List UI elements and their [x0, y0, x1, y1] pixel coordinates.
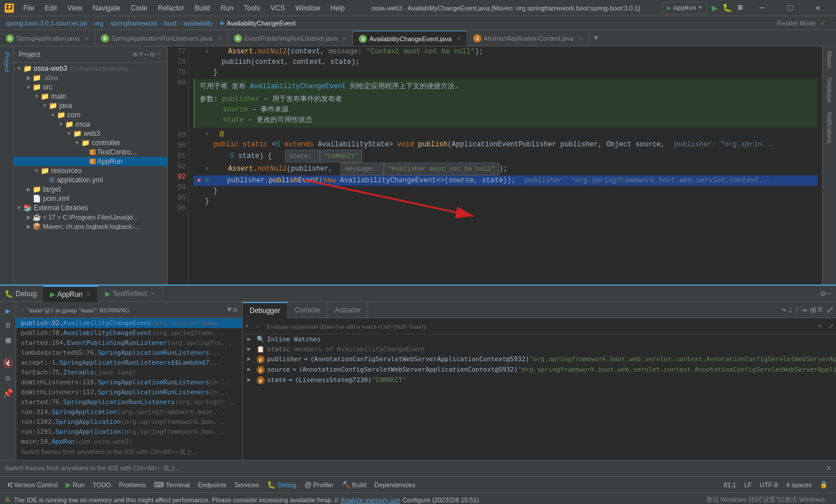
- frame-item-10[interactable]: run:1302, SpringApplication (org.springf…: [16, 417, 242, 427]
- breadcrumb-boot[interactable]: boot: [164, 20, 176, 27]
- stop-button[interactable]: ⏹: [737, 3, 744, 12]
- variables-view-btn[interactable]: ≡: [817, 305, 823, 315]
- thread-filter-btn[interactable]: ▼: [227, 305, 232, 315]
- sidebar-gear-btn[interactable]: ⚙: [150, 50, 154, 59]
- run-to-cursor-btn[interactable]: ⇥: [801, 304, 807, 316]
- add-watch-btn[interactable]: +: [243, 323, 251, 330]
- database-tab[interactable]: Database: [826, 75, 833, 105]
- minimize-button[interactable]: ─: [749, 0, 776, 16]
- run-button[interactable]: ▶: [712, 2, 718, 14]
- step-into-btn[interactable]: ↓: [788, 305, 794, 315]
- watch-expression-input[interactable]: [264, 323, 813, 330]
- sidebar-close-btn[interactable]: ─: [156, 50, 160, 59]
- resume-button[interactable]: ▶: [2, 304, 15, 317]
- expand-all-btn[interactable]: ⤢: [826, 304, 834, 316]
- notifications-tab[interactable]: Notifications: [826, 110, 833, 146]
- debug-bottom-tab[interactable]: 🐛 Debug: [264, 481, 300, 489]
- line-col[interactable]: 81:1: [720, 481, 740, 488]
- tab-abstract-app-context[interactable]: J AbstractApplicationContext.java ✕: [467, 31, 589, 46]
- var-state[interactable]: ▶ p state = (LivenessState@7230) "CORREC…: [243, 375, 836, 386]
- tree-item-target[interactable]: ▶ 📁 target: [14, 185, 167, 194]
- build-tab[interactable]: 🔨 Build: [338, 481, 370, 489]
- menu-refactor[interactable]: Refactor: [153, 3, 189, 13]
- menu-edit[interactable]: Edit: [40, 3, 62, 13]
- frame-item-4[interactable]: accept:-1, SpringApplicationRunListeners…: [16, 358, 242, 368]
- tab-close-4[interactable]: ✕: [456, 35, 461, 42]
- debugger-sub-tab[interactable]: Debugger: [243, 302, 288, 318]
- remove-watch-btn[interactable]: –: [254, 323, 262, 330]
- menu-vcs[interactable]: VCS: [266, 3, 290, 13]
- actuator-sub-tab[interactable]: Actuator: [328, 302, 369, 318]
- frame-item-0[interactable]: publish:92, AvailabilityChangeEvent (org…: [16, 318, 242, 328]
- project-tab[interactable]: Project: [3, 50, 10, 74]
- menu-view[interactable]: View: [63, 3, 87, 13]
- debug-button[interactable]: 🐛: [722, 3, 732, 13]
- frame-item-1[interactable]: publish:78, AvailabilityChangeEvent (org…: [16, 328, 242, 338]
- tree-item-jdk17[interactable]: ▶ ☕ < 17 > C:\Program Files\Java\jd...: [14, 213, 167, 222]
- tree-item-pom[interactable]: ▶ 📄 pom.xml: [14, 194, 167, 203]
- breadcrumb-availability[interactable]: availability: [183, 20, 213, 27]
- menu-navigate[interactable]: Navigate: [88, 3, 125, 13]
- watch-expand-icon[interactable]: ⤢: [826, 322, 836, 330]
- tab-event-publishing[interactable]: S EventPublishingRunListener.java ✕: [228, 31, 354, 46]
- menu-tools[interactable]: Tools: [239, 3, 265, 13]
- breadcrumb-org[interactable]: org: [94, 20, 103, 27]
- frame-item-8[interactable]: started:76, SpringApplicationRunListener…: [16, 397, 242, 407]
- frame-item-12[interactable]: main:10, AppRun (com.ossa.web3): [16, 437, 242, 447]
- console-sub-tab[interactable]: Console: [288, 302, 328, 318]
- var-publisher[interactable]: ▶ p publisher = (AnnotationConfigServlet…: [243, 354, 836, 365]
- sidebar-collapse-btn[interactable]: ≡: [139, 50, 143, 59]
- breadcrumb-jar[interactable]: spring-boot-3.0.1-sources.jar: [6, 20, 88, 27]
- maven-tab[interactable]: Maven: [826, 49, 833, 71]
- tree-item-main[interactable]: ▼ 📁 main: [14, 92, 167, 101]
- close-button[interactable]: ✕: [805, 0, 831, 16]
- step-over-btn[interactable]: ↷: [781, 304, 787, 316]
- debug-tab-apprun[interactable]: ▶ AppRun ✕: [43, 286, 98, 302]
- var-static[interactable]: ▶ 📋 static members of AvailabilityChange…: [243, 344, 836, 354]
- tab-spring-run-listeners[interactable]: S SpringApplicationRunListeners.java ✕: [95, 31, 228, 46]
- stop-debug-button[interactable]: ⏹: [2, 334, 15, 347]
- endpoints-tab[interactable]: Endpoints: [194, 481, 230, 488]
- frame-item-9[interactable]: run:314, SpringApplication (org.springfr…: [16, 407, 242, 417]
- debug-tip-close-btn[interactable]: ✕: [826, 465, 831, 471]
- tab-close-spring-application[interactable]: ✕: [84, 35, 89, 42]
- tab-spring-application[interactable]: S SpringApplication.java ✕: [0, 31, 95, 46]
- analyze-memory-link[interactable]: Analyze memory use: [341, 496, 401, 503]
- profiler-tab[interactable]: @ Profiler: [301, 481, 337, 489]
- tree-item-appyml[interactable]: ▶ ⚙ application.yml: [14, 175, 167, 185]
- terminal-tab[interactable]: ⌨ Terminal: [150, 481, 193, 489]
- tree-item-java[interactable]: ▼ 📁 java: [14, 101, 167, 110]
- tree-item-ossa[interactable]: ▼ 📁 ossa: [14, 120, 167, 129]
- services-tab[interactable]: Services: [231, 481, 262, 488]
- frame-item-3[interactable]: lambda$started$5:76, SpringApplicationRu…: [16, 348, 242, 358]
- step-out-btn[interactable]: ↑: [795, 305, 801, 315]
- breadcrumb-current[interactable]: AvailabilityChangeEvent: [226, 20, 295, 27]
- pin-button[interactable]: 📌: [2, 387, 15, 399]
- frame-item-5[interactable]: forEach:75, Iterable (java.lang): [16, 368, 242, 377]
- lock-icon[interactable]: 🔒: [816, 481, 831, 488]
- menu-run[interactable]: Run: [216, 3, 238, 13]
- tab-close-5[interactable]: ✕: [578, 35, 583, 42]
- tree-item-resources[interactable]: ▼ 📁 resources: [14, 166, 167, 175]
- tree-item-testcontro[interactable]: ▶ C TestContro...: [14, 147, 167, 157]
- problems-tab[interactable]: Problems: [116, 481, 149, 488]
- tree-item-src[interactable]: ▼ 📁 src: [14, 82, 167, 92]
- frame-item-6[interactable]: doWithListeners:118, SpringApplicationRu…: [16, 377, 242, 387]
- tab-availability-change[interactable]: S AvailabilityChangeEvent.java ✕: [353, 31, 467, 46]
- line-ending[interactable]: LF: [741, 481, 755, 488]
- tabs-more-button[interactable]: ▼: [589, 31, 603, 46]
- code-content[interactable]: › Assert.notNull(context, message: "Cont…: [189, 46, 822, 285]
- debug-settings-btn[interactable]: ⚙: [820, 289, 825, 298]
- sidebar-sync-btn[interactable]: ⊕: [133, 50, 138, 59]
- menu-file[interactable]: File: [19, 3, 39, 13]
- tree-item-controller[interactable]: ▼ 📁 controller: [14, 138, 167, 147]
- dependencies-tab[interactable]: Dependencies: [371, 481, 419, 488]
- todo-tab[interactable]: TODO: [89, 481, 114, 488]
- maximize-button[interactable]: □: [777, 0, 803, 16]
- menu-build[interactable]: Build: [190, 3, 215, 13]
- tree-item-com[interactable]: ▼ 📁 com: [14, 110, 167, 120]
- menu-window[interactable]: Window: [291, 3, 325, 13]
- tree-item-web3[interactable]: ▼ 📁 web3: [14, 129, 167, 138]
- menu-help[interactable]: Help: [326, 3, 349, 13]
- run-tab[interactable]: ▶ Run: [62, 481, 88, 489]
